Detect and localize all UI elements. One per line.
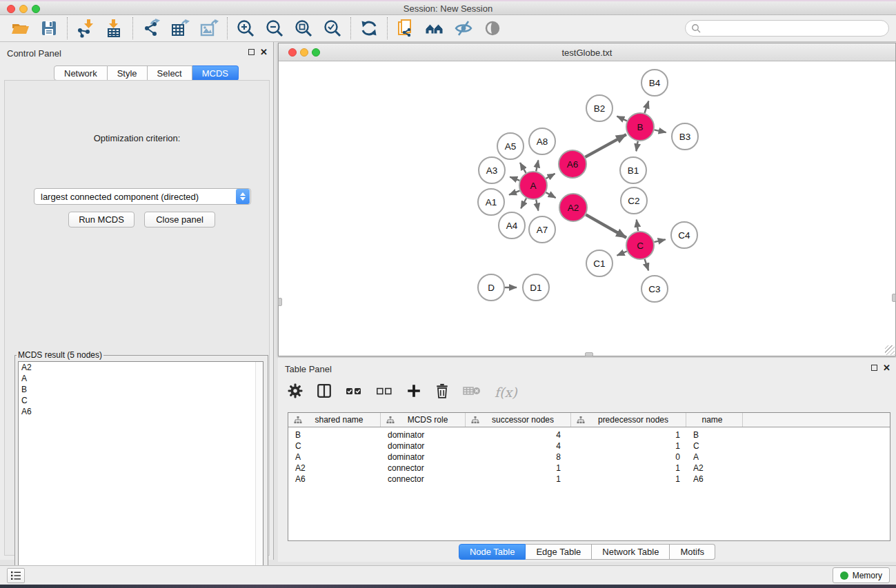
graph-node[interactable]: A8	[529, 128, 555, 154]
show-all-button[interactable]	[478, 17, 507, 39]
mcds-result-item[interactable]: A2	[19, 362, 263, 373]
graph-edge[interactable]	[637, 220, 638, 232]
import-network-button[interactable]	[71, 17, 100, 39]
float-table-panel-button[interactable]	[871, 365, 877, 371]
delete-table-button[interactable]	[463, 385, 481, 400]
new-network-from-selection-button[interactable]	[391, 17, 420, 39]
function-builder-button[interactable]: f(x)	[495, 385, 517, 400]
graph-edge[interactable]	[655, 130, 666, 132]
network-window-titlebar[interactable]: testGlobe.txt	[279, 43, 895, 61]
mcds-result-item[interactable]: B	[19, 384, 263, 395]
close-control-panel-button[interactable]: ✕	[260, 48, 268, 56]
graph-edge[interactable]	[546, 174, 555, 179]
table-row[interactable]: A6connector11A6	[288, 474, 890, 485]
column-header-successor-nodes[interactable]: successor nodes	[466, 413, 571, 427]
graph-node[interactable]: C4	[671, 222, 697, 248]
graph-node[interactable]: B4	[641, 70, 668, 96]
result-list-scrollbar[interactable]	[255, 362, 263, 588]
mcds-result-item[interactable]: C	[19, 395, 263, 406]
table-row[interactable]: Adominator80A	[288, 452, 890, 463]
graph-edge[interactable]	[654, 239, 665, 242]
unselect-all-button[interactable]	[376, 384, 392, 401]
settings-gear-button[interactable]	[288, 383, 303, 401]
graph-node[interactable]: D1	[523, 274, 549, 301]
zoom-selected-button[interactable]	[318, 17, 347, 39]
criterion-select[interactable]: largest connected component (directed)	[34, 188, 251, 205]
graph-node[interactable]: A1	[478, 189, 504, 215]
graph-edge[interactable]	[536, 200, 538, 211]
tab-motifs[interactable]: Motifs	[670, 544, 715, 560]
first-neighbors-button[interactable]	[420, 17, 449, 39]
graph-node[interactable]: C3	[641, 276, 668, 302]
graph-node[interactable]: A7	[529, 216, 555, 243]
graph-node[interactable]: A2	[559, 194, 587, 221]
graph-edge[interactable]	[645, 259, 649, 271]
tab-mcds[interactable]: MCDS	[192, 65, 239, 81]
mcds-result-item[interactable]: A6	[19, 406, 263, 417]
tab-select[interactable]: Select	[148, 65, 192, 81]
open-session-button[interactable]	[6, 17, 34, 39]
search-input[interactable]	[701, 23, 883, 33]
graph-node[interactable]: C2	[621, 187, 647, 214]
graph-node[interactable]: D	[478, 274, 504, 301]
graph-node[interactable]: A	[519, 172, 547, 199]
close-table-panel-button[interactable]: ✕	[883, 364, 890, 372]
split-handle-bottom[interactable]	[585, 352, 593, 356]
column-header-mcds-role[interactable]: MCDS role	[381, 413, 466, 427]
graph-node[interactable]: B3	[672, 123, 698, 150]
import-table-button[interactable]	[100, 17, 129, 39]
column-header-shared-name[interactable]: shared name	[288, 413, 381, 427]
tab-network-table[interactable]: Network Table	[592, 544, 670, 560]
memory-button[interactable]: Memory	[833, 567, 890, 583]
save-session-button[interactable]	[34, 17, 63, 39]
table-row[interactable]: Bdominator41B	[288, 429, 890, 440]
hide-selected-button[interactable]	[449, 17, 478, 39]
float-control-panel-button[interactable]	[248, 49, 255, 55]
tab-network[interactable]: Network	[54, 65, 108, 81]
zoom-out-button[interactable]	[260, 17, 289, 39]
resize-grip-icon[interactable]	[885, 345, 895, 355]
select-all-button[interactable]	[346, 384, 362, 401]
export-image-button[interactable]	[195, 17, 223, 39]
zoom-in-button[interactable]	[231, 17, 260, 39]
graph-edge[interactable]	[546, 192, 555, 198]
mcds-result-item[interactable]: A	[19, 373, 263, 384]
split-handle-left[interactable]	[278, 298, 282, 306]
search-field[interactable]	[685, 20, 889, 37]
graph-edge[interactable]	[520, 163, 526, 173]
graph-node[interactable]: C	[626, 232, 654, 259]
graph-node[interactable]: A4	[499, 212, 525, 239]
tab-edge-table[interactable]: Edge Table	[526, 544, 592, 560]
graph-edge[interactable]	[617, 252, 627, 256]
graph-node[interactable]: C1	[586, 250, 613, 276]
graph-edge[interactable]	[586, 214, 626, 237]
graph-node[interactable]: A3	[479, 157, 505, 183]
graph-node[interactable]: A6	[559, 150, 586, 178]
column-header-name[interactable]: name	[686, 413, 743, 427]
tab-node-table[interactable]: Node Table	[459, 544, 526, 560]
network-canvas[interactable]: B4B2BB3A8A5A6A3B1AA1C2A2A4A7C4CC1C3DD1	[279, 61, 895, 355]
tab-style[interactable]: Style	[108, 65, 148, 81]
table-row[interactable]: Cdominator41C	[288, 440, 890, 452]
graph-edge[interactable]	[510, 177, 519, 181]
table-row[interactable]: A2connector11A2	[288, 463, 890, 474]
graph-edge[interactable]	[521, 199, 526, 209]
mcds-result-list[interactable]: A2ABCA6	[18, 361, 263, 588]
graph-node[interactable]: B	[626, 113, 654, 141]
close-panel-button[interactable]: Close panel	[144, 212, 215, 227]
graph-edge[interactable]	[585, 134, 626, 157]
graph-node[interactable]: B2	[586, 95, 613, 121]
graph-node[interactable]: A5	[497, 133, 524, 159]
graph-edge[interactable]	[617, 116, 627, 121]
graph-edge[interactable]	[645, 101, 649, 113]
run-mcds-button[interactable]: Run MCDS	[68, 212, 135, 227]
graph-edge[interactable]	[509, 191, 519, 195]
graph-edge[interactable]	[636, 141, 637, 152]
export-network-button[interactable]	[137, 17, 166, 39]
split-handle-right[interactable]	[892, 294, 896, 302]
task-history-button[interactable]	[7, 568, 25, 583]
delete-row-button[interactable]	[435, 383, 449, 401]
add-row-button[interactable]	[406, 383, 421, 401]
graph-edge[interactable]	[536, 160, 538, 171]
show-columns-button[interactable]	[317, 383, 332, 401]
